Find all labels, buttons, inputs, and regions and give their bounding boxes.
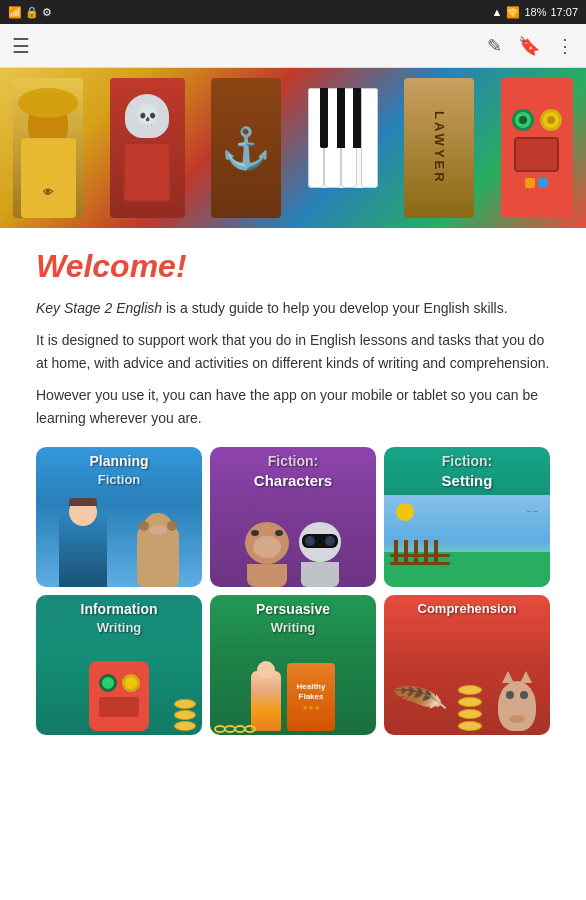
chain [214, 725, 256, 733]
card-grid: Planning Fiction Fiction: Charac [36, 447, 550, 735]
hero-character-anchor: ⚓ [211, 78, 281, 218]
card-fiction-characters-title-line2: Characters [250, 472, 336, 495]
card-planning-fiction-image [36, 493, 202, 587]
feather-pen: 🪶 [391, 671, 450, 728]
time-label: 17:07 [550, 6, 578, 18]
more-icon[interactable]: ⋮ [556, 35, 574, 57]
status-right: ▲ 🛜 18% 17:07 [492, 6, 578, 19]
cereal-box: HealthyFlakes ★★★ [287, 663, 335, 731]
card-comprehension-title: Comprehension [412, 595, 523, 619]
bookmark-icon[interactable]: 🔖 [518, 35, 540, 57]
wifi-icon: 🛜 [506, 6, 520, 19]
card-fiction-setting-title-line2: Setting [438, 472, 497, 495]
robot-info [89, 661, 149, 731]
toolbar-left: ☰ [12, 34, 30, 58]
card-fiction-setting-title-line1: Fiction: [436, 447, 499, 472]
hero-piano [308, 88, 378, 188]
status-left: 📶 🔒 ⚙ [8, 6, 52, 19]
intro-paragraph-2: It is designed to support work that you … [36, 329, 550, 374]
card-comprehension-image: 🪶 [384, 619, 550, 735]
hero-banner: 👁 💀 ⚓ LAWYER [0, 68, 586, 228]
cat-character [498, 681, 536, 731]
welcome-title: Welcome! [36, 248, 550, 285]
sunglasses-character [296, 522, 344, 587]
status-icons: 📶 🔒 ⚙ [8, 6, 52, 19]
card-persuasive-writing-image: HealthyFlakes ★★★ [210, 641, 376, 735]
bear-character [137, 527, 179, 587]
hero-character-robot [501, 78, 573, 218]
card-fiction-characters-image [210, 495, 376, 587]
hero-character-egyptian: 👁 [13, 78, 83, 218]
hero-lawyer-book: LAWYER [404, 78, 474, 218]
hero-character-skull: 💀 [110, 78, 185, 218]
edit-icon[interactable]: ✎ [487, 35, 502, 57]
toolbar: ☰ ✎ 🔖 ⋮ [0, 24, 586, 68]
monkey-character [242, 522, 292, 587]
card-information-writing-title-line2: Writing [93, 620, 146, 641]
card-planning-fiction-title-line1: Planning [83, 447, 154, 472]
coins-stack [458, 685, 482, 731]
persuasive-person [251, 671, 281, 731]
card-comprehension[interactable]: Comprehension 🪶 [384, 595, 550, 735]
status-bar: 📶 🔒 ⚙ ▲ 🛜 18% 17:07 [0, 0, 586, 24]
toolbar-right: ✎ 🔖 ⋮ [487, 35, 574, 57]
intro-paragraph-3: However you use it, you can have the app… [36, 384, 550, 429]
card-fiction-characters[interactable]: Fiction: Characters [210, 447, 376, 587]
card-information-writing-image [36, 641, 202, 735]
card-fiction-characters-title-line1: Fiction: [262, 447, 325, 472]
card-information-writing[interactable]: Information Writing [36, 595, 202, 735]
card-information-writing-title-line1: Information [75, 595, 164, 620]
card-persuasive-writing-title-line2: Writing [267, 620, 320, 641]
menu-icon[interactable]: ☰ [12, 34, 30, 58]
signal-icon: ▲ [492, 6, 503, 18]
main-content: Welcome! Key Stage 2 English is a study … [0, 228, 586, 900]
card-fiction-setting[interactable]: Fiction: Setting ~ ~ [384, 447, 550, 587]
coins [174, 699, 196, 731]
paragraph1-rest: is a study guide to help you develop you… [166, 300, 508, 316]
app-name-italic: Key Stage 2 English [36, 300, 162, 316]
card-fiction-setting-image: ~ ~ [384, 495, 550, 587]
card-persuasive-writing-title-line1: Persuasive [250, 595, 336, 620]
battery-label: 18% [524, 6, 546, 18]
intro-paragraph-1: Key Stage 2 English is a study guide to … [36, 297, 550, 319]
card-persuasive-writing[interactable]: Persuasive Writing HealthyFlakes ★★★ [210, 595, 376, 735]
card-planning-fiction[interactable]: Planning Fiction [36, 447, 202, 587]
card-planning-fiction-title-line2: Fiction [94, 472, 145, 493]
girl-character [59, 512, 107, 587]
